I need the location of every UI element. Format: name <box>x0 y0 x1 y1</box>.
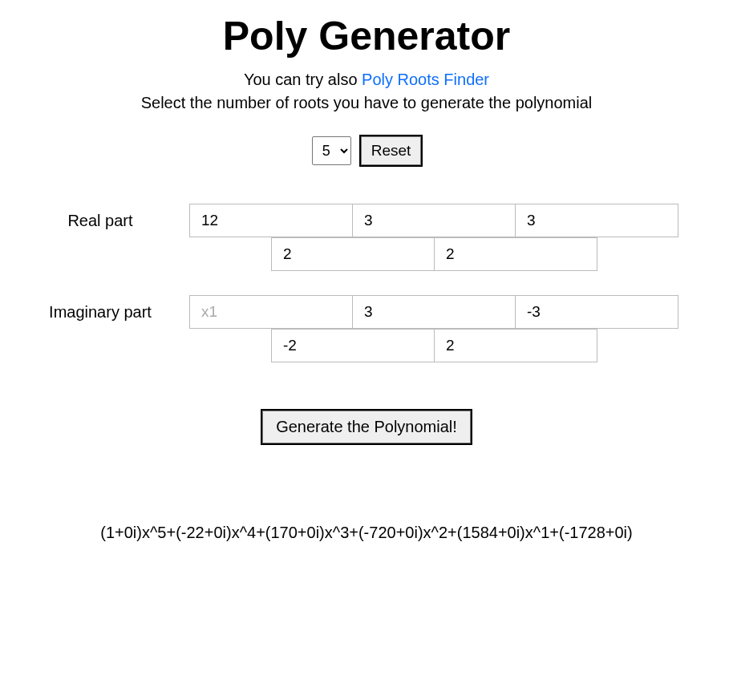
generate-button[interactable]: Generate the Polynomial! <box>262 411 471 443</box>
real-input-2[interactable] <box>352 204 516 237</box>
imag-part-label: Imaginary part <box>0 303 184 322</box>
subtitle: You can try also Poly Roots Finder <box>0 71 733 89</box>
real-input-5[interactable] <box>434 237 597 271</box>
subtitle-pre: You can try also <box>244 71 362 88</box>
imag-input-5[interactable] <box>434 329 597 362</box>
real-part-section: Real part <box>0 204 733 271</box>
reset-button[interactable]: Reset <box>361 136 422 165</box>
real-input-4[interactable] <box>271 237 435 271</box>
imag-input-1[interactable] <box>189 295 353 329</box>
imag-input-3[interactable] <box>515 295 678 329</box>
imag-part-section: Imaginary part <box>0 295 733 362</box>
real-part-label: Real part <box>0 212 184 230</box>
instruction-text: Select the number of roots you have to g… <box>0 94 733 112</box>
real-input-3[interactable] <box>515 204 678 237</box>
page-title: Poly Generator <box>0 13 733 59</box>
imag-input-2[interactable] <box>352 295 516 329</box>
imag-input-4[interactable] <box>271 329 435 362</box>
roots-finder-link[interactable]: Poly Roots Finder <box>362 71 489 88</box>
real-input-1[interactable] <box>189 204 353 237</box>
polynomial-result: (1+0i)x^5+(-22+0i)x^4+(170+0i)x^3+(-720+… <box>16 524 717 542</box>
roots-count-select[interactable]: 5 <box>312 136 351 165</box>
